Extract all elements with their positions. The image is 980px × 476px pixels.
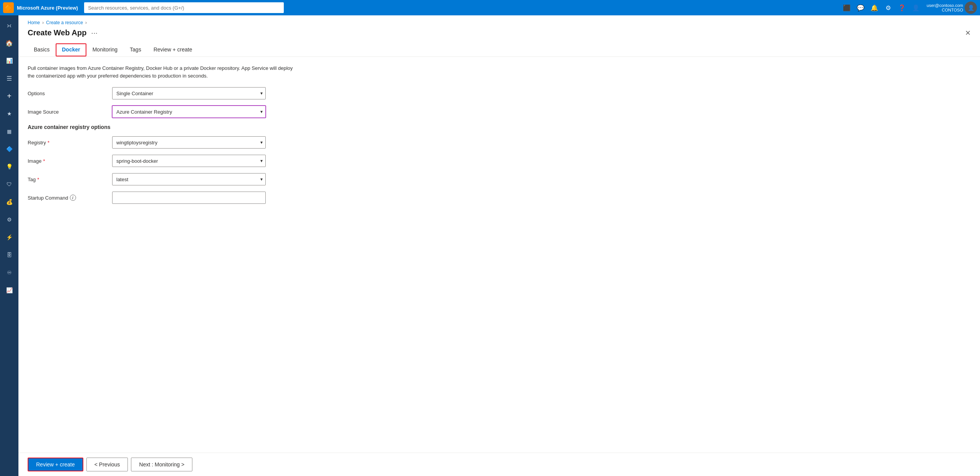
tab-monitoring[interactable]: Monitoring <box>86 43 124 56</box>
tag-label: Tag * <box>28 177 112 182</box>
sidebar-item-favorites[interactable]: ★ <box>1 105 18 122</box>
topbar-icons: ⬛ 💬 🔔 ⚙ ❓ 👤 user@contoso.com CONTOSO 👤 <box>841 2 977 14</box>
form-content: Pull container images from Azure Contain… <box>18 57 980 453</box>
startup-command-row: Startup Command i <box>28 192 971 204</box>
search-input[interactable] <box>84 2 284 13</box>
breadcrumb-parent[interactable]: Create a resource <box>46 20 83 25</box>
sidebar-item-functions[interactable]: ⚡ <box>1 229 18 246</box>
tag-row: Tag * latest ▾ <box>28 173 971 185</box>
sidebar-item-all-services[interactable]: ☰ <box>1 70 18 87</box>
settings-icon[interactable]: ⚙ <box>882 2 894 14</box>
previous-button[interactable]: < Previous <box>86 458 128 471</box>
main-layout: ›‹ 🏠 📊 ☰ + ★ ▦ 🔷 💡 🛡 💰 ⚙ ⚡ 🗄 ♾ 📈 Home › … <box>0 15 980 476</box>
cloud-shell-icon[interactable]: ⬛ <box>841 2 853 14</box>
startup-command-input[interactable] <box>112 192 266 204</box>
breadcrumb: Home › Create a resource › <box>28 20 971 25</box>
help-icon[interactable]: ❓ <box>896 2 908 14</box>
image-select[interactable]: spring-boot-docker <box>112 155 266 167</box>
options-select-wrapper: Single Container Docker Compose Kubernet… <box>112 87 266 99</box>
sidebar-item-security[interactable]: 🛡 <box>1 176 18 193</box>
sidebar-item-sql[interactable]: 🗄 <box>1 246 18 263</box>
page-title: Create Web App <box>28 28 86 37</box>
sidebar-item-cost[interactable]: 💰 <box>1 193 18 210</box>
user-email: user@contoso.com <box>927 3 963 8</box>
options-label: Options <box>28 91 112 96</box>
sidebar-item-home[interactable]: 🏠 <box>1 35 18 51</box>
options-select[interactable]: Single Container Docker Compose Kubernet… <box>112 87 266 99</box>
contact-icon[interactable]: 👤 <box>910 2 922 14</box>
notifications-icon[interactable]: 🔔 <box>868 2 881 14</box>
startup-command-info-icon[interactable]: i <box>70 195 76 201</box>
image-source-select[interactable]: Azure Container Registry Docker Hub Priv… <box>112 106 266 118</box>
description-text: Pull container images from Azure Contain… <box>28 64 296 79</box>
user-avatar[interactable]: 👤 <box>965 2 977 14</box>
tag-required: * <box>37 177 39 182</box>
registry-select[interactable]: wingtiptoysregistry <box>112 136 266 149</box>
user-tenant: CONTOSO <box>942 8 963 12</box>
section-heading: Azure container registry options <box>28 124 971 130</box>
image-source-select-wrapper: Azure Container Registry Docker Hub Priv… <box>112 106 266 118</box>
brand-icon: 🔶 <box>3 2 14 13</box>
sidebar-item-devops[interactable]: ♾ <box>1 264 18 281</box>
image-source-label: Image Source <box>28 109 112 115</box>
image-row: Image * spring-boot-docker ▾ <box>28 155 971 167</box>
registry-select-wrapper: wingtiptoysregistry ▾ <box>112 136 266 149</box>
options-row: Options Single Container Docker Compose … <box>28 87 971 99</box>
image-select-wrapper: spring-boot-docker ▾ <box>112 155 266 167</box>
page-footer: Review + create < Previous Next : Monito… <box>18 453 980 476</box>
image-source-row: Image Source Azure Container Registry Do… <box>28 106 971 118</box>
next-button[interactable]: Next : Monitoring > <box>131 458 192 471</box>
page-title-row: Create Web App ··· ✕ <box>28 28 971 37</box>
tab-basics[interactable]: Basics <box>28 43 56 56</box>
sidebar: ›‹ 🏠 📊 ☰ + ★ ▦ 🔷 💡 🛡 💰 ⚙ ⚡ 🗄 ♾ 📈 <box>0 15 18 476</box>
sidebar-item-all-resources[interactable]: ▦ <box>1 123 18 140</box>
brand: 🔶 Microsoft Azure (Preview) <box>3 2 78 13</box>
tab-review-create[interactable]: Review + create <box>147 43 199 56</box>
sidebar-item-dashboard[interactable]: 📊 <box>1 52 18 69</box>
close-button[interactable]: ✕ <box>965 30 971 36</box>
tab-tags[interactable]: Tags <box>124 43 147 56</box>
topbar: 🔶 Microsoft Azure (Preview) ⬛ 💬 🔔 ⚙ ❓ 👤 … <box>0 0 980 15</box>
image-required: * <box>43 158 45 164</box>
sidebar-item-app-services[interactable]: ⚙ <box>1 211 18 228</box>
sidebar-item-resource-groups[interactable]: 🔷 <box>1 140 18 157</box>
tag-select[interactable]: latest <box>112 173 266 185</box>
sidebar-item-add[interactable]: + <box>1 88 18 104</box>
image-label: Image * <box>28 158 112 164</box>
brand-name: Microsoft Azure (Preview) <box>17 5 78 11</box>
tag-select-wrapper: latest ▾ <box>112 173 266 185</box>
startup-command-label: Startup Command i <box>28 195 112 201</box>
content-area: Home › Create a resource › Create Web Ap… <box>18 15 980 476</box>
feedback-icon[interactable]: 💬 <box>854 2 867 14</box>
registry-required: * <box>48 140 50 145</box>
registry-label: Registry * <box>28 140 112 145</box>
sidebar-item-collapse[interactable]: ›‹ <box>1 17 18 34</box>
user-info[interactable]: user@contoso.com CONTOSO <box>927 3 963 12</box>
review-create-button[interactable]: Review + create <box>28 458 83 471</box>
tabs-bar: Basics Docker Monitoring Tags Review + c… <box>18 37 980 57</box>
sidebar-item-monitor[interactable]: 📈 <box>1 282 18 299</box>
registry-row: Registry * wingtiptoysregistry ▾ <box>28 136 971 149</box>
tab-docker[interactable]: Docker <box>56 43 86 56</box>
page-header: Home › Create a resource › Create Web Ap… <box>18 15 980 37</box>
page-options-button[interactable]: ··· <box>91 28 98 37</box>
breadcrumb-home[interactable]: Home <box>28 20 40 25</box>
sidebar-item-advisor[interactable]: 💡 <box>1 158 18 175</box>
